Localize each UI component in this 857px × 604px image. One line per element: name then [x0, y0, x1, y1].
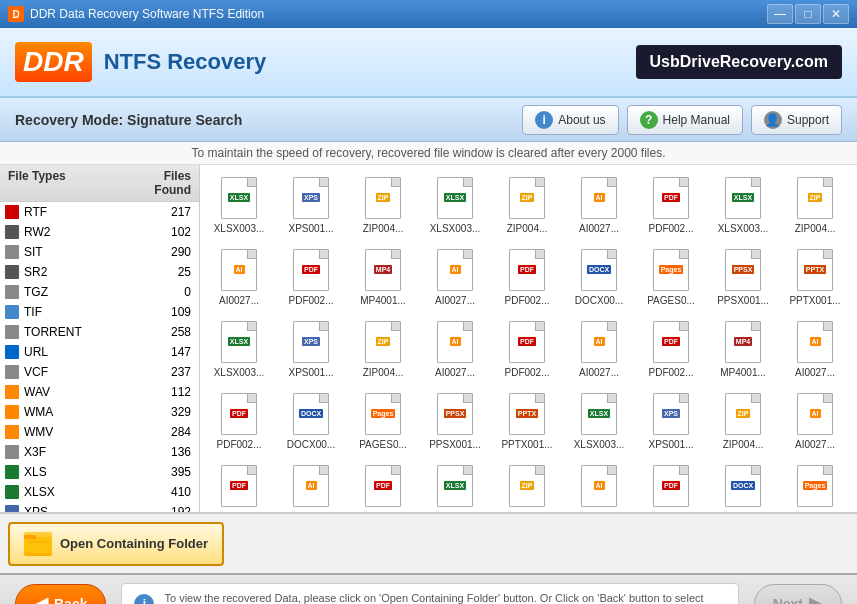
file-icon-page: Pages — [797, 465, 833, 507]
file-item-label: XPS001... — [648, 439, 693, 450]
file-item[interactable]: ZIPZIP004... — [348, 169, 418, 239]
file-item[interactable]: PDFPDF002... — [636, 313, 706, 383]
file-item[interactable]: PDFPDF002... — [636, 457, 706, 512]
file-item[interactable]: PPTXPPTX001... — [492, 385, 562, 455]
list-item[interactable]: RTF217 — [0, 202, 199, 222]
support-button[interactable]: 👤 Support — [751, 105, 842, 135]
file-icon-page: ZIP — [365, 177, 401, 219]
file-item[interactable]: PagesPAGES0... — [348, 385, 418, 455]
file-type-icon — [4, 304, 20, 320]
file-item[interactable]: AIAI0027... — [564, 457, 634, 512]
file-item[interactable]: XLSXXLSX003... — [420, 457, 490, 512]
file-icon-large: DOCX — [723, 463, 763, 509]
files-grid-panel[interactable]: XLSXXLSX003...XPSXPS001...ZIPZIP004...XL… — [200, 165, 857, 512]
file-item[interactable]: XPSXPS001... — [276, 169, 346, 239]
file-item[interactable]: ZIPZIP004... — [708, 385, 778, 455]
list-item[interactable]: WMA329 — [0, 402, 199, 422]
file-item[interactable]: ZIPZIP004... — [492, 457, 562, 512]
file-count: 329 — [140, 405, 195, 419]
file-item[interactable]: ZIPZIP004... — [492, 169, 562, 239]
file-badge: PPTX — [516, 409, 538, 418]
file-item[interactable]: MP4MP4001... — [708, 313, 778, 383]
file-badge: XPS — [662, 409, 680, 418]
file-item[interactable]: DOCXDOCX00... — [708, 457, 778, 512]
file-type-icon — [4, 404, 20, 420]
file-item[interactable]: DOCXDOCX00... — [564, 241, 634, 311]
file-item[interactable]: XPSXPS001... — [636, 385, 706, 455]
file-item[interactable]: PDFPDF002... — [204, 457, 274, 512]
file-item[interactable]: XLSXXLSX003... — [204, 169, 274, 239]
file-list-scroll[interactable]: RTF217RW2102SIT290SR225TGZ0TIF109TORRENT… — [0, 202, 199, 512]
file-icon-large: ZIP — [363, 175, 403, 221]
list-item[interactable]: WMV284 — [0, 422, 199, 442]
list-item[interactable]: URL147 — [0, 342, 199, 362]
close-button[interactable]: ✕ — [823, 4, 849, 24]
file-type-name: RTF — [24, 205, 140, 219]
ddr-logo: DDR — [15, 42, 92, 82]
list-item[interactable]: XLS395 — [0, 462, 199, 482]
minimize-button[interactable]: — — [767, 4, 793, 24]
file-item[interactable]: PDFPDF002... — [204, 385, 274, 455]
support-label: Support — [787, 113, 829, 127]
file-item[interactable]: MP4MP4001... — [348, 241, 418, 311]
file-item[interactable]: AIAI0027... — [780, 313, 850, 383]
list-item[interactable]: XLSX410 — [0, 482, 199, 502]
footer-info-text: To view the recovered Data, please click… — [164, 592, 725, 604]
file-item[interactable]: XLSXXLSX003... — [564, 385, 634, 455]
file-item[interactable]: PagesPAGES0... — [636, 241, 706, 311]
file-item[interactable]: PDFPDF002... — [636, 169, 706, 239]
file-item[interactable]: DOCXDOCX00... — [276, 385, 346, 455]
list-item[interactable]: RW2102 — [0, 222, 199, 242]
list-item[interactable]: XPS192 — [0, 502, 199, 512]
file-item-label: AI0027... — [795, 439, 835, 450]
open-folder-button[interactable]: Open Containing Folder — [8, 522, 224, 566]
file-icon-page: PDF — [293, 249, 329, 291]
file-item[interactable]: XLSXXLSX003... — [204, 313, 274, 383]
file-item[interactable]: AIAI0027... — [420, 241, 490, 311]
window-controls[interactable]: — □ ✕ — [767, 4, 849, 24]
about-us-button[interactable]: i About us — [522, 105, 618, 135]
file-badge: PPSX — [732, 265, 755, 274]
list-item[interactable]: TIF109 — [0, 302, 199, 322]
file-item[interactable]: PDFPDF002... — [348, 457, 418, 512]
file-item[interactable]: XLSXXLSX003... — [420, 169, 490, 239]
next-button[interactable]: Next ▶ — [754, 584, 842, 604]
file-item-label: PDF002... — [288, 295, 333, 306]
list-item[interactable]: VCF237 — [0, 362, 199, 382]
file-item[interactable]: AIAI0027... — [564, 169, 634, 239]
list-item[interactable]: TGZ0 — [0, 282, 199, 302]
file-item[interactable]: PagesPAGES0... — [780, 457, 850, 512]
file-item[interactable]: XLSXXLSX003... — [708, 169, 778, 239]
file-item[interactable]: XPSXPS001... — [276, 313, 346, 383]
file-item-label: ZIP004... — [507, 223, 548, 234]
list-item[interactable]: SR225 — [0, 262, 199, 282]
file-item[interactable]: AIAI0027... — [780, 385, 850, 455]
file-item[interactable]: PPTXPPTX001... — [780, 241, 850, 311]
help-manual-button[interactable]: ? Help Manual — [627, 105, 743, 135]
file-item[interactable]: PPSXPPSX001... — [708, 241, 778, 311]
main-content: File Types Files Found RTF217RW2102SIT29… — [0, 165, 857, 513]
file-item[interactable]: AIAI0027... — [204, 241, 274, 311]
file-type-name: VCF — [24, 365, 140, 379]
list-item[interactable]: X3F136 — [0, 442, 199, 462]
file-item[interactable]: ZIPZIP004... — [348, 313, 418, 383]
maximize-button[interactable]: □ — [795, 4, 821, 24]
file-item[interactable]: PPSXPPSX001... — [420, 385, 490, 455]
file-item[interactable]: PDFPDF002... — [492, 241, 562, 311]
list-item[interactable]: SIT290 — [0, 242, 199, 262]
file-item[interactable]: AIAI0027... — [420, 313, 490, 383]
list-item[interactable]: TORRENT258 — [0, 322, 199, 342]
file-item[interactable]: PDFPDF002... — [276, 241, 346, 311]
list-item[interactable]: WAV112 — [0, 382, 199, 402]
file-item[interactable]: PDFPDF002... — [492, 313, 562, 383]
file-icon-page: ZIP — [365, 321, 401, 363]
file-item[interactable]: AIAI0027... — [276, 457, 346, 512]
file-badge: DOCX — [731, 481, 755, 490]
back-button[interactable]: ◀ Back — [15, 584, 106, 604]
file-item[interactable]: ZIPZIP004... — [780, 169, 850, 239]
file-count: 284 — [140, 425, 195, 439]
file-item-label: DOCX00... — [575, 295, 623, 306]
file-item-label: PDF002... — [360, 511, 405, 513]
file-item-label: PAGES0... — [359, 439, 407, 450]
file-item[interactable]: AIAI0027... — [564, 313, 634, 383]
